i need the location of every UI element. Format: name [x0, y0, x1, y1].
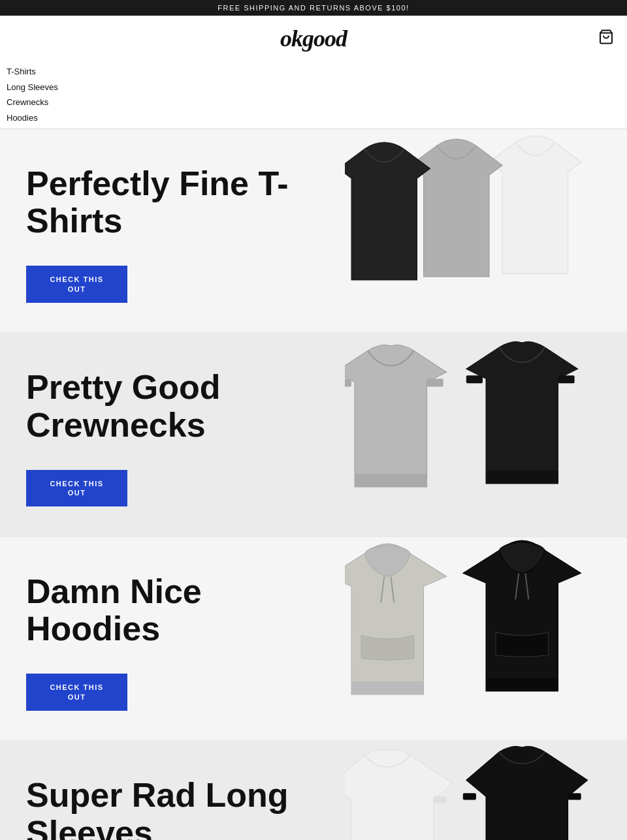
- top-banner: FREE SHIPPING AND RETURNS ABOVE $100!: [0, 0, 627, 16]
- nav-item-hoodies[interactable]: Hoodies: [7, 110, 38, 126]
- svg-rect-14: [568, 794, 581, 800]
- nav-item-tshirts[interactable]: T-Shirts: [7, 64, 36, 80]
- svg-rect-13: [463, 794, 476, 800]
- svg-rect-2: [466, 376, 483, 384]
- svg-rect-3: [558, 376, 575, 384]
- logo[interactable]: okgood: [280, 25, 347, 52]
- product-title-tshirts: Perfectly Fine T-Shirts: [26, 165, 319, 240]
- check-btn-tshirts[interactable]: CHECK THIS OUT: [26, 266, 127, 303]
- svg-rect-5: [345, 379, 351, 387]
- product-image-hoodies: [345, 537, 627, 740]
- navigation: T-Shirts Long Sleeves Crewnecks Hoodies: [0, 61, 627, 129]
- cart-icon[interactable]: [598, 29, 614, 48]
- svg-rect-12: [351, 681, 424, 694]
- svg-rect-1: [486, 471, 558, 484]
- product-section-tshirts: Perfectly Fine T-Shirts CHECK THIS OUT: [0, 129, 627, 332]
- product-image-tshirts: [345, 129, 627, 332]
- header: okgood: [0, 16, 627, 61]
- product-title-longsleeves: Super Rad Long Sleeves: [26, 777, 319, 840]
- svg-rect-17: [434, 797, 447, 803]
- check-btn-hoodies[interactable]: CHECK THIS OUT: [26, 674, 127, 711]
- product-title-crewnecks: Pretty Good Crewnecks: [26, 369, 319, 443]
- nav-item-crewnecks[interactable]: Crewnecks: [7, 95, 48, 110]
- product-text-longsleeves: Super Rad Long Sleeves CHECK THIS OUT: [0, 741, 345, 840]
- check-btn-crewnecks[interactable]: CHECK THIS OUT: [26, 470, 127, 507]
- product-section-crewnecks: Pretty Good Crewnecks CHECK THIS OUT: [0, 332, 627, 536]
- product-text-hoodies: Damn Nice Hoodies CHECK THIS OUT: [0, 537, 345, 740]
- svg-rect-6: [427, 379, 443, 387]
- nav-item-longsleeves[interactable]: Long Sleeves: [7, 80, 58, 95]
- product-section-longsleeves: Super Rad Long Sleeves CHECK THIS OUT: [0, 740, 627, 840]
- product-image-longsleeves: [345, 741, 627, 840]
- product-section-hoodies: Damn Nice Hoodies CHECK THIS OUT: [0, 537, 627, 740]
- svg-rect-4: [355, 474, 427, 487]
- svg-rect-9: [486, 678, 558, 691]
- product-title-hoodies: Damn Nice Hoodies: [26, 573, 319, 647]
- product-image-crewnecks: [345, 333, 627, 536]
- product-text-crewnecks: Pretty Good Crewnecks CHECK THIS OUT: [0, 333, 345, 536]
- product-text-tshirts: Perfectly Fine T-Shirts CHECK THIS OUT: [0, 129, 345, 332]
- banner-text: FREE SHIPPING AND RETURNS ABOVE $100!: [217, 4, 409, 12]
